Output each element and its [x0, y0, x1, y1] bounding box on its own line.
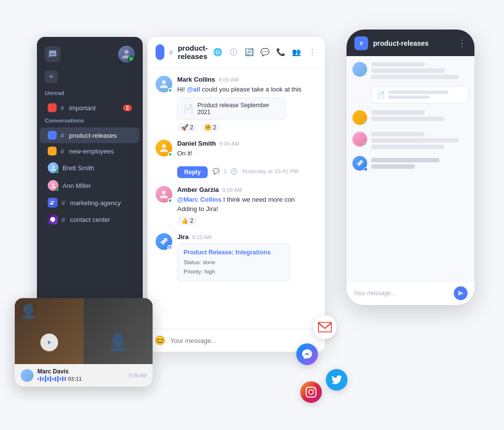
online-indicator: [168, 198, 172, 203]
globe-icon[interactable]: 🌐: [213, 47, 222, 57]
video-caller-avatar: [21, 369, 33, 382]
reply-time: Yesterday at 10:41 PM: [241, 168, 298, 174]
mobile-message-row: [352, 110, 469, 125]
mobile-msg-lines: [371, 110, 469, 121]
mention: @all: [187, 86, 200, 93]
video-person-2: 👤: [108, 333, 128, 352]
sidebar-item-label: contact center: [70, 216, 110, 223]
chat-panel: # product-releases 🌐 ⓘ 🔄 💬 📞 👥 ⋮: [148, 37, 325, 352]
play-button[interactable]: [40, 334, 58, 351]
msg-content: Mark Collins 9:09 AM Hi! @all could you …: [177, 76, 317, 132]
reaction-chip[interactable]: 👍 2: [177, 216, 197, 225]
reply-meta: 💬 1 🕐 Yesterday at 10:41 PM: [213, 168, 298, 175]
jira-avatar: [156, 233, 172, 250]
sidebar-item-contact-center[interactable]: # contact center: [40, 211, 140, 228]
reaction-emoji: 👍: [181, 217, 189, 224]
video-info-text: Marc Davis: [37, 368, 125, 383]
text-line: [371, 164, 415, 169]
chat-icon[interactable]: 💬: [260, 47, 270, 57]
twitter-icon[interactable]: [326, 369, 347, 391]
message-row: Amber Garzia 9:09 AM @Marc Collins I thi…: [156, 186, 317, 226]
emoji-button[interactable]: 😊: [155, 335, 165, 346]
mobile-more-button[interactable]: ⋮: [458, 38, 467, 49]
comment-icon: 💬: [213, 168, 220, 175]
reactions: 👍 2: [177, 216, 317, 225]
msg-avatar: [156, 186, 172, 203]
app-logo: [45, 46, 61, 62]
jira-card: Product Release: Integrations Status: do…: [177, 244, 290, 281]
text-line: [371, 62, 425, 66]
mobile-msg-lines: [371, 132, 469, 149]
sidebar-item-important[interactable]: # important 2: [40, 100, 140, 116]
reaction-count: 2: [213, 124, 217, 131]
mobile-channel-icon: #: [354, 36, 368, 50]
reply-count: 1: [223, 168, 226, 174]
reaction-emoji: 🚀: [181, 124, 189, 131]
members-icon[interactable]: 👥: [291, 47, 301, 57]
text-line: [371, 145, 444, 149]
mobile-send-button[interactable]: [454, 286, 468, 300]
reaction-chip[interactable]: 🚀 2: [177, 123, 197, 132]
doc-text-line: [388, 95, 430, 99]
msg-text: On it!: [177, 149, 317, 158]
sidebar-item-label: product-releases: [69, 132, 117, 139]
mobile-avatar: [352, 110, 367, 125]
msg-content: Amber Garzia 9:09 AM @Marc Collins I thi…: [177, 186, 317, 226]
channel-icon: [48, 147, 57, 155]
online-indicator: [363, 73, 367, 77]
user-avatar[interactable]: [118, 46, 135, 62]
text-line: [371, 68, 444, 73]
instagram-icon[interactable]: [300, 381, 322, 403]
clock-icon: 🕐: [230, 168, 237, 175]
message-input[interactable]: [170, 337, 318, 344]
sidebar-item-product-releases[interactable]: # product-releases: [40, 127, 140, 143]
unread-section-label: Unread: [37, 88, 143, 100]
video-call-card: 👤 👤 Marc Davis: [15, 298, 153, 387]
unread-badge: 2: [123, 105, 132, 111]
jira-indicator: [364, 167, 368, 171]
info-icon[interactable]: ⓘ: [228, 47, 238, 57]
conversations-section-label: Conversations: [37, 116, 143, 127]
more-icon[interactable]: ⋮: [307, 47, 317, 57]
sidebar-item-label: Ann Miller: [63, 182, 91, 189]
phone-icon[interactable]: 📞: [276, 47, 285, 57]
sidebar-item-ann-miller[interactable]: Ann Miller: [40, 177, 140, 194]
reply-button[interactable]: Reply: [177, 166, 208, 178]
msg-author: Amber Garzia: [177, 186, 219, 193]
msg-content: Jira 9:10 AM Product Release: Integratio…: [177, 233, 317, 281]
reaction-emoji: 🤗: [204, 124, 212, 131]
online-indicator: [363, 143, 367, 147]
caller-name: Marc Davis: [37, 368, 125, 375]
jira-link[interactable]: Product Release: Integrations: [184, 249, 284, 256]
attachment-card[interactable]: 📄 Product release September 2021: [177, 97, 285, 120]
sidebar-item-brett-smith[interactable]: Brett Smith: [40, 159, 140, 177]
sidebar-item-label: important: [69, 104, 119, 112]
text-line: [371, 110, 425, 115]
sidebar-item-label: Brett Smith: [63, 164, 94, 172]
msg-content: Daniel Smith 9:09 AM On it! Reply 💬 1 🕐 …: [177, 140, 317, 178]
msg-time: 9:09 AM: [219, 77, 238, 83]
sidebar-item-label: new-employees: [69, 148, 114, 155]
mobile-doc-card: 📄: [371, 86, 469, 103]
add-channel-button[interactable]: +: [45, 70, 58, 83]
mobile-msg-lines: [371, 62, 469, 79]
reaction-chip[interactable]: 🤗 2: [200, 123, 220, 132]
msg-time: 9:09 AM: [220, 141, 239, 147]
msg-text: @Marc Collins I think we need more conAd…: [177, 195, 317, 214]
gmail-icon[interactable]: [313, 315, 337, 339]
sidebar-item-marketing-agency[interactable]: # marketing-agency: [40, 194, 140, 211]
mobile-input-bar: Your message...: [346, 281, 474, 305]
text-line: [371, 117, 444, 121]
online-indicator: [56, 170, 59, 174]
mobile-jira-avatar: [352, 156, 367, 171]
online-indicator: [363, 121, 367, 125]
mobile-avatar: [352, 62, 367, 77]
sidebar-item-new-employees[interactable]: # new-employees: [40, 143, 140, 159]
doc-lines: [388, 91, 463, 99]
refresh-icon[interactable]: 🔄: [244, 47, 254, 57]
messenger-icon[interactable]: [296, 343, 318, 365]
msg-author: Jira: [177, 233, 189, 241]
mobile-message-input[interactable]: Your message...: [353, 290, 450, 297]
chat-topbar: # product-releases 🌐 ⓘ 🔄 💬 📞 👥 ⋮: [148, 37, 325, 68]
message-row: Jira 9:10 AM Product Release: Integratio…: [156, 233, 317, 281]
